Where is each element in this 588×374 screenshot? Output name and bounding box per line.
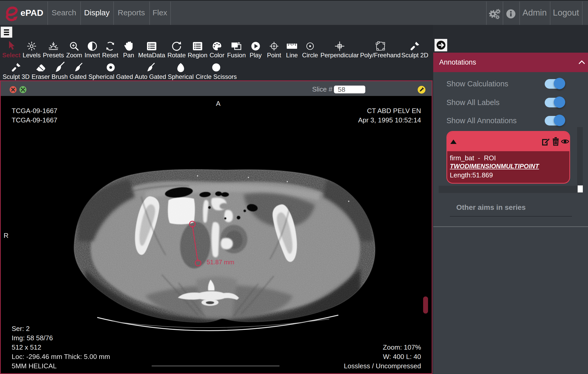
svg-text:51.87 mm: 51.87 mm xyxy=(207,259,234,266)
